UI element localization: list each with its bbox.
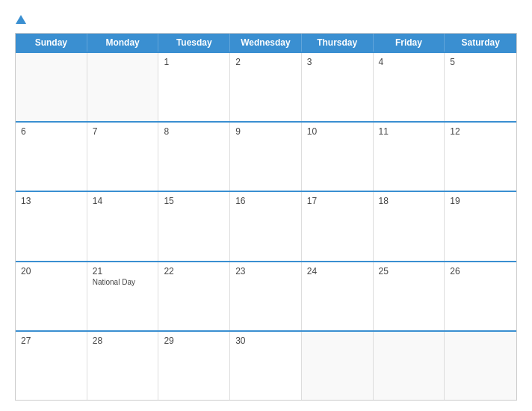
day-cell: 20 bbox=[16, 262, 87, 330]
day-cell: 16 bbox=[230, 192, 302, 260]
day-cell: 11 bbox=[374, 123, 445, 191]
day-number: 6 bbox=[21, 126, 81, 137]
day-number: 21 bbox=[93, 266, 153, 276]
day-cell: 1 bbox=[158, 53, 230, 121]
day-cell: 19 bbox=[445, 192, 516, 260]
day-cell: 26 bbox=[445, 262, 516, 330]
day-number: 9 bbox=[235, 126, 296, 137]
day-header-friday: Friday bbox=[374, 34, 445, 52]
calendar-weeks: 123456789101112131415161718192021Nationa… bbox=[16, 52, 516, 400]
day-cell: 14 bbox=[87, 192, 159, 260]
day-cell: 30 bbox=[230, 332, 302, 400]
logo-triangle-icon bbox=[16, 15, 26, 24]
calendar: Sunday Monday Tuesday Wednesday Thursday… bbox=[15, 33, 517, 401]
day-cell: 23 bbox=[230, 262, 302, 330]
day-number: 28 bbox=[93, 336, 153, 346]
day-cell: 24 bbox=[302, 262, 374, 330]
day-header-wednesday: Wednesday bbox=[230, 34, 302, 52]
day-number: 23 bbox=[235, 266, 296, 276]
day-cell bbox=[87, 53, 159, 121]
day-cell: 28 bbox=[87, 332, 159, 400]
day-number: 3 bbox=[307, 57, 368, 67]
day-header-monday: Monday bbox=[87, 34, 159, 52]
day-number: 30 bbox=[235, 336, 296, 346]
week-row-2: 6789101112 bbox=[16, 121, 516, 191]
day-cell: 12 bbox=[445, 123, 516, 191]
week-row-1: 12345 bbox=[16, 52, 516, 121]
day-cell: 22 bbox=[158, 262, 230, 330]
day-number: 29 bbox=[164, 336, 224, 346]
logo bbox=[15, 13, 26, 25]
day-number: 8 bbox=[164, 126, 224, 137]
day-number: 25 bbox=[379, 266, 439, 276]
day-cell bbox=[374, 332, 445, 400]
day-number: 5 bbox=[450, 57, 511, 67]
day-cell bbox=[445, 332, 516, 400]
day-number: 24 bbox=[307, 266, 368, 276]
day-number: 7 bbox=[93, 126, 153, 137]
day-cell: 4 bbox=[374, 53, 445, 121]
day-cell: 29 bbox=[158, 332, 230, 400]
day-cell: 25 bbox=[374, 262, 445, 330]
day-cell: 5 bbox=[445, 53, 516, 121]
day-number: 17 bbox=[307, 196, 368, 206]
day-cell: 9 bbox=[230, 123, 302, 191]
day-cell: 3 bbox=[302, 53, 374, 121]
day-cell: 15 bbox=[158, 192, 230, 260]
day-number: 10 bbox=[307, 126, 368, 137]
day-cell: 6 bbox=[16, 123, 87, 191]
day-number: 18 bbox=[379, 196, 439, 206]
week-row-5: 27282930 bbox=[16, 330, 516, 400]
day-event: National Day bbox=[93, 278, 153, 286]
day-number: 14 bbox=[93, 196, 153, 206]
day-cell: 8 bbox=[158, 123, 230, 191]
day-number: 13 bbox=[21, 196, 81, 206]
header bbox=[15, 13, 517, 25]
day-number: 11 bbox=[379, 126, 439, 137]
day-cell: 7 bbox=[87, 123, 159, 191]
day-number: 19 bbox=[450, 196, 511, 206]
day-cell: 27 bbox=[16, 332, 87, 400]
day-header-thursday: Thursday bbox=[302, 34, 374, 52]
day-number: 2 bbox=[235, 57, 296, 67]
day-cell: 17 bbox=[302, 192, 374, 260]
day-header-tuesday: Tuesday bbox=[158, 34, 230, 52]
day-number: 26 bbox=[450, 266, 511, 276]
day-cell: 21National Day bbox=[87, 262, 159, 330]
day-number: 15 bbox=[164, 196, 224, 206]
day-cell bbox=[302, 332, 374, 400]
page: Sunday Monday Tuesday Wednesday Thursday… bbox=[0, 0, 532, 411]
day-number: 22 bbox=[164, 266, 224, 276]
day-cell: 18 bbox=[374, 192, 445, 260]
day-header-saturday: Saturday bbox=[445, 34, 516, 52]
day-number: 4 bbox=[379, 57, 439, 67]
day-number: 27 bbox=[21, 336, 81, 346]
day-header-sunday: Sunday bbox=[16, 34, 87, 52]
day-number: 16 bbox=[235, 196, 296, 206]
day-number: 1 bbox=[164, 57, 224, 67]
day-number: 20 bbox=[21, 266, 81, 276]
day-cell: 13 bbox=[16, 192, 87, 260]
day-cell: 2 bbox=[230, 53, 302, 121]
day-cell: 10 bbox=[302, 123, 374, 191]
day-number: 12 bbox=[450, 126, 511, 137]
day-headers-row: Sunday Monday Tuesday Wednesday Thursday… bbox=[16, 34, 516, 52]
day-cell bbox=[16, 53, 87, 121]
week-row-3: 13141516171819 bbox=[16, 191, 516, 260]
week-row-4: 2021National Day2223242526 bbox=[16, 261, 516, 330]
